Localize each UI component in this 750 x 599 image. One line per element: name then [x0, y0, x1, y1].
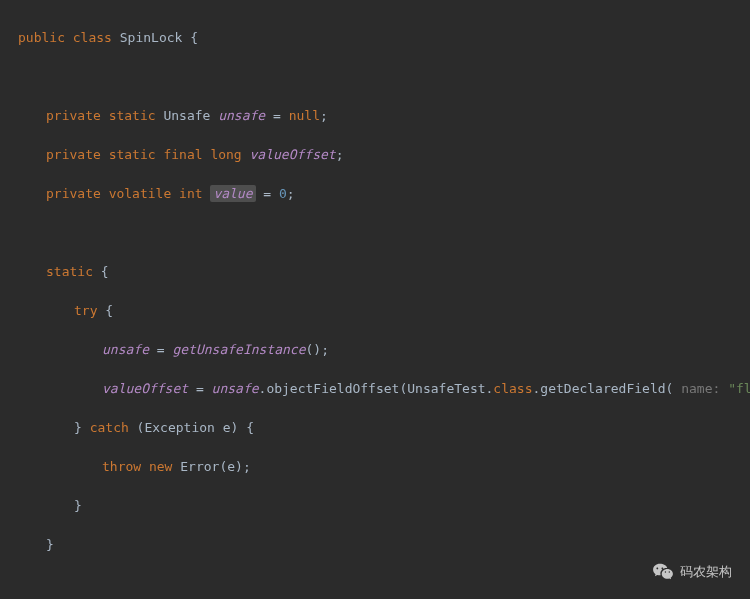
keyword: throw — [102, 459, 141, 474]
class-name: SpinLock — [120, 30, 183, 45]
param-hint: name: — [673, 381, 728, 396]
keyword: catch — [90, 420, 129, 435]
method-call: getDeclaredField — [540, 381, 665, 396]
field: unsafe — [218, 108, 265, 123]
keyword: null — [289, 108, 320, 123]
keyword: final — [163, 147, 202, 162]
brace: { — [182, 30, 198, 45]
number: 0 — [279, 186, 287, 201]
keyword: class — [73, 30, 112, 45]
field: value — [210, 185, 255, 202]
method-call: getUnsafeInstance — [172, 342, 305, 357]
keyword: class — [493, 381, 532, 396]
keyword: static — [109, 108, 156, 123]
keyword: int — [179, 186, 202, 201]
wechat-icon — [652, 562, 674, 580]
keyword: static — [46, 264, 93, 279]
keyword: private — [46, 186, 101, 201]
keyword: long — [210, 147, 241, 162]
field: valueOffset — [102, 381, 188, 396]
keyword: private — [46, 147, 101, 162]
keyword: public — [18, 30, 65, 45]
type: Unsafe — [163, 108, 210, 123]
keyword: try — [74, 303, 97, 318]
watermark: 码农架构 — [652, 562, 732, 582]
field: unsafe — [212, 381, 259, 396]
keyword: new — [141, 459, 172, 474]
field: unsafe — [102, 342, 149, 357]
code-editor[interactable]: public class SpinLock { private static U… — [0, 0, 750, 599]
keyword: volatile — [109, 186, 172, 201]
field: valueOffset — [250, 147, 336, 162]
watermark-text: 码农架构 — [680, 562, 732, 582]
method-call: objectFieldOffset — [266, 381, 399, 396]
keyword: private — [46, 108, 101, 123]
string: "flag" — [728, 381, 750, 396]
keyword: static — [109, 147, 156, 162]
